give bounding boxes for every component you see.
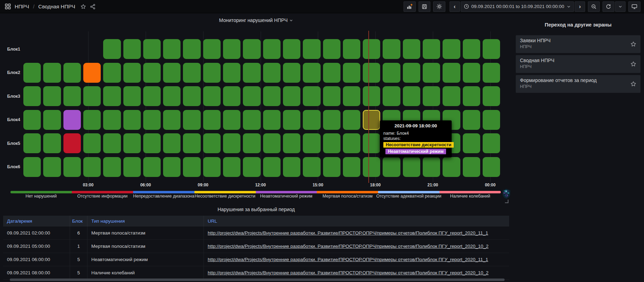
status-cell[interactable]	[203, 86, 221, 106]
status-cell[interactable]	[343, 157, 360, 177]
status-cell[interactable]	[483, 63, 500, 83]
status-cell[interactable]	[463, 157, 480, 177]
status-cell[interactable]	[423, 86, 440, 106]
status-cell[interactable]	[103, 133, 121, 153]
zoom-out-time-button[interactable]	[588, 1, 600, 12]
status-cell[interactable]	[83, 133, 101, 153]
status-cell[interactable]	[463, 39, 480, 59]
status-cell[interactable]	[223, 110, 240, 130]
status-cell[interactable]	[343, 133, 360, 153]
status-cell[interactable]	[83, 110, 101, 130]
violation-report-link[interactable]: http://project/dwa/Projects/Внутренние р…	[208, 244, 489, 249]
status-cell[interactable]	[363, 133, 380, 153]
status-cell[interactable]	[23, 110, 41, 130]
status-cell[interactable]	[363, 63, 380, 83]
dashboard-link-card[interactable]: Сводная НПРЧНПРЧ	[516, 55, 641, 73]
status-cell[interactable]	[63, 110, 81, 130]
status-cell[interactable]	[123, 110, 141, 130]
status-cell[interactable]	[163, 63, 181, 83]
status-cell[interactable]	[403, 63, 420, 83]
status-cell[interactable]	[63, 133, 81, 153]
status-cell[interactable]	[303, 39, 320, 59]
status-cell[interactable]	[403, 86, 420, 106]
status-cell[interactable]	[143, 63, 161, 83]
status-cell[interactable]	[423, 39, 440, 59]
status-cell[interactable]	[443, 157, 460, 177]
status-cell[interactable]	[403, 157, 420, 177]
status-cell[interactable]	[483, 157, 500, 177]
status-cell[interactable]	[383, 39, 400, 59]
status-cell[interactable]	[483, 133, 500, 153]
status-cell[interactable]	[23, 157, 41, 177]
status-cell[interactable]	[103, 157, 121, 177]
time-shift-forward-button[interactable]: ›	[575, 1, 585, 12]
status-cell[interactable]	[383, 157, 400, 177]
status-cell[interactable]	[63, 86, 81, 106]
status-cell[interactable]	[183, 110, 200, 130]
status-cell[interactable]	[423, 157, 440, 177]
status-cell[interactable]	[143, 110, 161, 130]
share-icon[interactable]	[90, 4, 95, 9]
status-cell[interactable]	[183, 63, 200, 83]
status-cell[interactable]	[143, 157, 161, 177]
apps-grid-icon[interactable]	[5, 3, 11, 9]
status-cell[interactable]	[243, 110, 260, 130]
status-cell[interactable]	[463, 110, 480, 130]
status-cell[interactable]	[363, 157, 380, 177]
status-cell[interactable]	[83, 86, 101, 106]
add-panel-button[interactable]	[404, 1, 416, 12]
status-cell[interactable]	[303, 110, 320, 130]
status-cell[interactable]	[83, 63, 101, 83]
dashboard-link-card[interactable]: Заявки НПРЧНПРЧ	[516, 35, 641, 53]
favorite-star-icon[interactable]	[630, 61, 636, 67]
status-cell[interactable]	[263, 63, 281, 83]
status-cell[interactable]	[343, 63, 360, 83]
status-cell[interactable]	[163, 39, 181, 59]
status-cell[interactable]	[163, 157, 181, 177]
table-column-header[interactable]: Тип нарушения	[87, 216, 204, 227]
status-cell[interactable]	[303, 63, 320, 83]
status-cell[interactable]	[243, 86, 260, 106]
time-shift-back-button[interactable]: ‹	[450, 1, 460, 12]
status-cell[interactable]	[323, 157, 340, 177]
table-column-header[interactable]: URL	[204, 216, 509, 227]
status-cell[interactable]	[123, 86, 141, 106]
status-cell[interactable]	[283, 133, 300, 153]
status-cell[interactable]	[323, 110, 340, 130]
status-cell[interactable]	[383, 86, 400, 106]
status-cell[interactable]	[323, 86, 340, 106]
status-cell[interactable]	[483, 110, 500, 130]
breadcrumb-dashboard[interactable]: Сводная НПРЧ	[38, 3, 75, 9]
status-cell[interactable]	[103, 86, 121, 106]
status-cell[interactable]	[23, 63, 41, 83]
status-cell[interactable]	[463, 63, 480, 83]
status-cell[interactable]	[343, 86, 360, 106]
status-cell[interactable]	[183, 39, 200, 59]
status-cell[interactable]	[343, 39, 360, 59]
status-cell[interactable]	[203, 39, 221, 59]
status-cell[interactable]	[23, 133, 41, 153]
status-cell[interactable]	[303, 157, 320, 177]
status-cell[interactable]	[83, 157, 101, 177]
status-cell[interactable]	[243, 39, 260, 59]
status-cell[interactable]	[163, 133, 181, 153]
status-cell[interactable]	[263, 110, 281, 130]
status-cell[interactable]	[43, 86, 61, 106]
status-cell[interactable]	[123, 133, 141, 153]
status-cell[interactable]	[283, 86, 300, 106]
dashboard-settings-button[interactable]	[433, 1, 445, 12]
status-cell[interactable]	[123, 39, 141, 59]
violation-report-link[interactable]: http://project/dwa/Projects/Внутренние р…	[208, 230, 488, 236]
breadcrumb-folder[interactable]: НПРЧ	[15, 3, 29, 9]
status-cell[interactable]	[203, 157, 221, 177]
status-cell[interactable]	[343, 110, 360, 130]
status-cell[interactable]	[43, 63, 61, 83]
status-cell[interactable]	[163, 110, 181, 130]
status-cell[interactable]	[463, 86, 480, 106]
table-panel-title[interactable]: Нарушения за выбранный период	[3, 207, 509, 212]
status-cell[interactable]	[323, 39, 340, 59]
status-cell[interactable]	[303, 86, 320, 106]
status-cell[interactable]	[283, 157, 300, 177]
table-column-header[interactable]: Дата/время	[3, 216, 70, 227]
time-range-picker[interactable]: 09.09.2021 00:00:01 to 10.09.2021 00:00:…	[461, 1, 574, 12]
